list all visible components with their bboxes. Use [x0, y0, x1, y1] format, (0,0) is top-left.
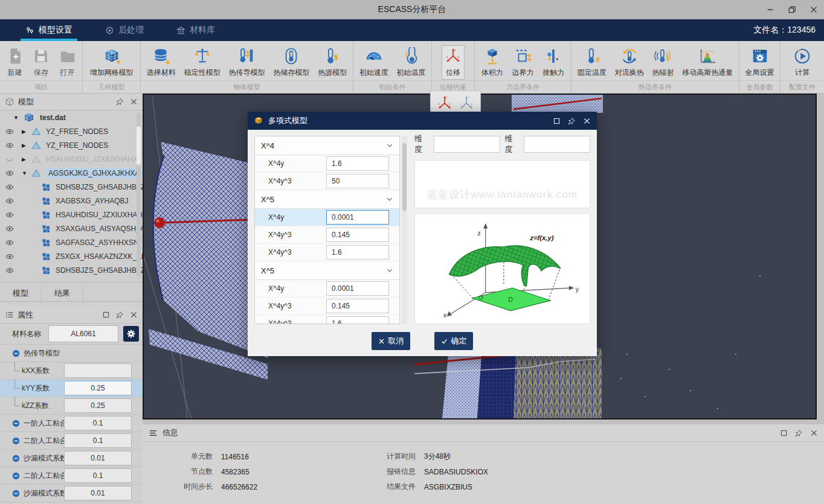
eye-icon[interactable]: [5, 169, 14, 177]
tab-model[interactable]: 模型: [0, 285, 42, 301]
property-input[interactable]: [64, 433, 132, 448]
close-icon[interactable]: [130, 311, 138, 319]
minimize-icon[interactable]: [765, 4, 776, 15]
tree-item[interactable]: SDHSBJZS_GHSABJHB_ZAHU: [0, 263, 143, 277]
poly-value-input[interactable]: [326, 174, 389, 188]
triad-red-icon[interactable]: [436, 95, 453, 112]
poly-value-input[interactable]: [326, 210, 389, 225]
tab-material-library[interactable]: 材料库: [169, 19, 222, 41]
pin-icon[interactable]: [116, 98, 124, 106]
tree-item[interactable]: ZSXGX_HSAKAZNZXK_AHASX: [0, 249, 143, 263]
pin-icon[interactable]: [116, 311, 124, 319]
heat-source-button[interactable]: 热源模型: [315, 45, 349, 80]
restore-icon[interactable]: [787, 4, 797, 15]
property-row[interactable]: 二阶人工粘合性: [0, 467, 143, 485]
collapse-icon[interactable]: [12, 490, 20, 497]
section-header[interactable]: X^5: [255, 261, 399, 280]
heat-storage-button[interactable]: 热储存模型: [271, 45, 312, 80]
eye-icon[interactable]: [5, 252, 14, 261]
poly-value-input[interactable]: [326, 245, 389, 260]
eye-closed-icon[interactable]: [5, 155, 14, 164]
poly-value-input[interactable]: [326, 316, 389, 324]
property-row-selected[interactable]: kYY系数: [0, 380, 143, 397]
property-row[interactable]: kZZ系数: [0, 397, 143, 415]
tree-item[interactable]: ▶HSAUHDISU_JZXIUXHAHX: [0, 152, 143, 166]
collapse-icon[interactable]: [12, 455, 20, 462]
section-header[interactable]: X^4: [255, 136, 399, 155]
collapse-icon[interactable]: [12, 349, 20, 357]
poly-value-input[interactable]: [326, 299, 389, 313]
property-row[interactable]: 沙漏模式系数: [0, 485, 143, 502]
pin-icon[interactable]: [795, 429, 803, 437]
expander-icon[interactable]: ▶: [22, 142, 28, 148]
eye-icon[interactable]: [5, 225, 14, 233]
eye-icon[interactable]: [5, 238, 14, 247]
material-name-input[interactable]: [48, 325, 118, 342]
property-input[interactable]: [64, 451, 132, 465]
tree-scrollbar[interactable]: [137, 113, 141, 277]
property-row[interactable]: 一阶人工粘合性: [0, 415, 143, 432]
add-mesh-model-button[interactable]: 增加网格模型: [88, 45, 136, 80]
close-icon[interactable]: [130, 98, 138, 106]
compute-button[interactable]: 计算: [791, 45, 814, 80]
tree-item[interactable]: ▶YZ_FREE_NODES: [0, 138, 143, 152]
tree-item[interactable]: XSAXGAUS_AISYAQSH_ASHX: [0, 222, 143, 235]
convection-button[interactable]: 对流换热: [613, 45, 646, 80]
eye-icon[interactable]: [5, 211, 14, 219]
open-button[interactable]: 打开: [56, 45, 79, 80]
property-input[interactable]: [64, 468, 132, 483]
tree-item[interactable]: HSAUHDISU_JZXIUXHAHX: [0, 208, 143, 222]
kzz-input[interactable]: [64, 398, 132, 413]
close-icon[interactable]: [810, 429, 818, 437]
expander-icon[interactable]: ▶: [22, 156, 28, 162]
new-button[interactable]: 新建: [4, 45, 27, 80]
stability-model-button[interactable]: 稳定性模型: [182, 45, 223, 80]
eye-icon[interactable]: [5, 141, 14, 150]
property-row[interactable]: kXX系数: [0, 362, 143, 380]
displacement-button[interactable]: 位移: [442, 45, 465, 80]
kxx-input[interactable]: [64, 363, 132, 378]
gauss-heat-flux-button[interactable]: 移动高斯热通量: [680, 45, 735, 80]
tree-item[interactable]: XAGBSXG_AYHAQBJ: [0, 194, 143, 208]
initial-velocity-button[interactable]: 初始速度: [357, 45, 391, 80]
tab-post-process[interactable]: 后处理: [98, 19, 151, 41]
tab-model-settings[interactable]: 模型设置: [18, 19, 80, 41]
material-settings-button[interactable]: [123, 326, 139, 342]
eye-icon[interactable]: [5, 266, 14, 275]
contact-force-button[interactable]: 接触力: [540, 45, 567, 80]
property-row[interactable]: 沙漏模式系数: [0, 450, 143, 467]
expander-icon[interactable]: ▼: [13, 115, 19, 121]
select-material-button[interactable]: 选择材料: [144, 45, 178, 80]
collapse-icon[interactable]: [12, 419, 20, 427]
tree-item[interactable]: ▶YZ_FREE_NODES: [0, 124, 143, 138]
poly-value-input[interactable]: [326, 281, 389, 296]
maximize-icon[interactable]: [553, 117, 561, 125]
thermal-radiation-button[interactable]: 热辐射: [649, 45, 676, 80]
expander-icon[interactable]: ▼: [22, 170, 28, 176]
body-force-button[interactable]: 体积力: [479, 45, 506, 80]
collapse-icon[interactable]: [12, 437, 20, 445]
close-icon[interactable]: [808, 4, 819, 15]
expander-icon[interactable]: ▶: [22, 129, 28, 135]
dimension-input-1[interactable]: [434, 136, 500, 153]
property-input[interactable]: [64, 416, 132, 430]
pin-icon[interactable]: [568, 117, 576, 125]
maximize-icon[interactable]: [780, 429, 788, 437]
maximize-icon[interactable]: [102, 311, 110, 319]
boundary-force-button[interactable]: 边界力: [510, 45, 536, 80]
initial-temperature-button[interactable]: 初始温度: [394, 45, 428, 80]
triad-blue-icon[interactable]: [458, 95, 475, 112]
close-icon[interactable]: [583, 117, 591, 125]
cancel-button[interactable]: 取消: [372, 332, 410, 350]
property-row[interactable]: 二阶人工粘合性: [0, 432, 143, 450]
collapse-icon[interactable]: [12, 472, 20, 480]
dialog-titlebar[interactable]: 多项式模型: [248, 112, 597, 130]
ok-button[interactable]: 确定: [434, 332, 473, 350]
poly-value-input[interactable]: [326, 156, 389, 171]
property-group-row[interactable]: 热传导模型: [0, 345, 143, 362]
section-header[interactable]: X^5: [255, 190, 399, 209]
kyy-input[interactable]: [64, 381, 132, 395]
global-settings-button[interactable]: 全局设置: [743, 45, 777, 80]
dimension-input-2[interactable]: [524, 136, 590, 153]
fixed-temperature-button[interactable]: 固定温度: [575, 45, 609, 80]
